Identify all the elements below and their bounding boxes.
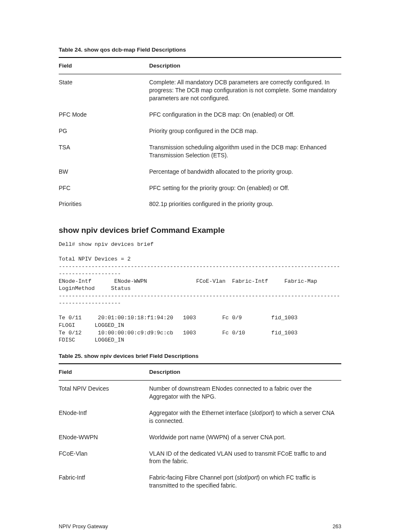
field-cell: Priorities [59, 196, 149, 212]
table24-header-field: Field [59, 57, 149, 74]
field-cell: State [59, 74, 149, 107]
table24-caption: Table 24. show qos dcb-map Field Descrip… [59, 46, 341, 54]
desc-cell: 802.1p priorities configured in the prio… [149, 196, 341, 212]
table25-header-desc: Description [149, 364, 341, 381]
desc-cell: Complete: All mandatory DCB parameters a… [149, 74, 341, 107]
field-cell: PG [59, 123, 149, 139]
section-heading: show npiv devices brief Command Example [59, 225, 341, 236]
desc-cell: Worldwide port name (WWPN) of a server C… [149, 429, 341, 446]
table-row: PG Priority group configured in the DCB … [59, 123, 341, 139]
footer-left: NPIV Proxy Gateway [59, 523, 108, 530]
table-row: FCoE-Vlan VLAN ID of the dedicated VLAN … [59, 446, 341, 470]
table-row: ENode-Intf Aggregator with the Ethernet … [59, 405, 341, 429]
desc-cell: Transmission scheduling algorithm used i… [149, 139, 341, 164]
field-cell: ENode-Intf [59, 405, 149, 429]
table-row: PFC Mode PFC configuration in the DCB ma… [59, 107, 341, 123]
field-cell: FCoE-Vlan [59, 446, 149, 470]
table-row: Total NPIV Devices Number of downstream … [59, 381, 341, 405]
desc-cell: VLAN ID of the dedicated VLAN used to tr… [149, 446, 341, 470]
table-row: Fabric-Intf Fabric-facing Fibre Channel … [59, 469, 341, 494]
table-row: ENode-WWPN Worldwide port name (WWPN) of… [59, 429, 341, 446]
field-cell: PFC Mode [59, 107, 149, 123]
desc-cell: Percentage of bandwidth allocated to the… [149, 164, 341, 180]
table-row: TSA Transmission scheduling algorithm us… [59, 139, 341, 164]
table-row: Priorities 802.1p priorities configured … [59, 196, 341, 212]
desc-cell: Number of downstream ENodes connected to… [149, 381, 341, 405]
table-row: BW Percentage of bandwidth allocated to … [59, 164, 341, 180]
field-cell: ENode-WWPN [59, 429, 149, 446]
page-footer: NPIV Proxy Gateway 263 [59, 523, 341, 530]
field-cell: TSA [59, 139, 149, 164]
desc-cell: PFC configuration in the DCB map: On (en… [149, 107, 341, 123]
table-row: PFC PFC setting for the priority group: … [59, 180, 341, 196]
table24: Field Description State Complete: All ma… [59, 57, 341, 212]
desc-cell: Aggregator with the Ethernet interface (… [149, 405, 341, 429]
table25: Field Description Total NPIV Devices Num… [59, 363, 341, 494]
desc-cell: Priority group configured in the DCB map… [149, 123, 341, 139]
table-row: State Complete: All mandatory DCB parame… [59, 74, 341, 107]
table24-header-desc: Description [149, 57, 341, 74]
field-cell: Fabric-Intf [59, 469, 149, 494]
footer-right: 263 [332, 523, 341, 530]
field-cell: PFC [59, 180, 149, 196]
desc-cell: Fabric-facing Fibre Channel port (slot/p… [149, 469, 341, 494]
field-cell: BW [59, 164, 149, 180]
field-cell: Total NPIV Devices [59, 381, 149, 405]
code-block: Dell# show npiv devices brief Total NPIV… [59, 241, 341, 344]
table25-caption: Table 25. show npiv devices brief Field … [59, 352, 341, 360]
table25-header-field: Field [59, 364, 149, 381]
desc-cell: PFC setting for the priority group: On (… [149, 180, 341, 196]
